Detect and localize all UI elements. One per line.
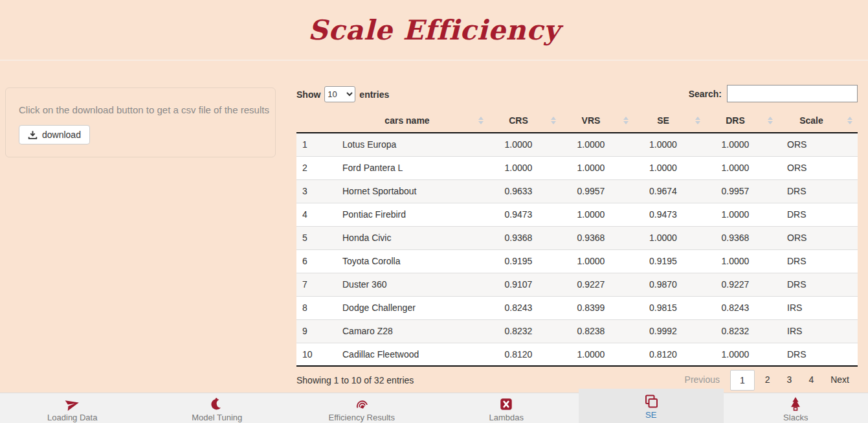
vrs-value-cell: 0.9368 xyxy=(561,226,634,249)
sort-icon[interactable] xyxy=(768,117,773,124)
se-value-cell: 0.9674 xyxy=(634,179,706,203)
se-value-cell: 1.0000 xyxy=(634,226,706,249)
row-index-cell: 3 xyxy=(296,179,339,203)
crs-value-cell: 0.9368 xyxy=(489,226,561,249)
page-length-control: Show 10 entries xyxy=(296,86,389,102)
nav-tab-lambdas[interactable]: Lambdas xyxy=(434,393,579,423)
pagination-next[interactable]: Next xyxy=(822,370,858,389)
car-name-cell: Hornet Sportabout xyxy=(339,179,489,203)
table-row[interactable]: 5Honda Civic0.93680.93681.00000.9368ORS xyxy=(296,226,858,249)
clone-squares-icon xyxy=(643,394,659,409)
table-row[interactable]: 9Camaro Z280.82320.82380.99920.8232IRS xyxy=(296,319,858,343)
sort-icon[interactable] xyxy=(623,117,629,124)
nav-tab-label: SE xyxy=(645,410,656,420)
download-button[interactable]: download xyxy=(19,125,90,144)
nav-tab-model-tuning[interactable]: Model Tuning xyxy=(145,393,290,423)
nav-tab-label: Loading Data xyxy=(47,413,97,422)
pagination: Previous1234Next xyxy=(676,370,858,391)
vrs-value-cell: 1.0000 xyxy=(561,249,634,273)
crs-value-cell: 1.0000 xyxy=(489,156,561,179)
nav-tab-label: Efficiency Results xyxy=(329,413,395,422)
pagination-page[interactable]: 4 xyxy=(800,370,822,389)
show-label: Show xyxy=(296,89,320,100)
car-name-cell: Cadillac Fleetwood xyxy=(339,343,489,366)
table-row[interactable]: 1Lotus Europa1.00001.00001.00001.0000ORS xyxy=(296,133,858,156)
table-info: Showing 1 to 10 of 32 entries xyxy=(296,375,414,385)
row-index-cell: 1 xyxy=(296,133,339,156)
datatable: Show 10 entries Search: cars nameCRSVRSS… xyxy=(296,85,858,406)
pagination-page[interactable]: 1 xyxy=(730,370,755,391)
drs-value-cell: 1.0000 xyxy=(706,203,778,226)
vrs-value-cell: 1.0000 xyxy=(561,203,634,226)
crs-value-cell: 0.8243 xyxy=(489,296,561,319)
nav-tab-loading-data[interactable]: Loading Data xyxy=(0,393,145,423)
column-header-drs[interactable]: DRS xyxy=(706,109,778,133)
paper-plane-icon xyxy=(64,396,81,411)
vrs-value-cell: 0.9957 xyxy=(561,179,634,203)
pagination-previous[interactable]: Previous xyxy=(676,370,728,389)
column-header-cars-name[interactable]: cars name xyxy=(339,109,489,133)
car-name-cell: Honda Civic xyxy=(339,226,489,249)
column-header-label: Scale xyxy=(799,115,823,126)
column-header-se[interactable]: SE xyxy=(634,109,706,133)
crs-value-cell: 0.9633 xyxy=(489,179,561,203)
crs-value-cell: 0.9195 xyxy=(489,249,561,273)
app-window: Scale Efficiency Click on the download b… xyxy=(0,0,868,423)
nav-tab-label: Lambdas xyxy=(489,413,524,422)
table-row[interactable]: 10Cadillac Fleetwood0.81201.00000.81201.… xyxy=(296,343,858,366)
drs-value-cell: 0.8243 xyxy=(706,296,778,319)
sort-icon[interactable] xyxy=(695,117,700,124)
row-index-cell: 4 xyxy=(296,203,339,226)
drs-value-cell: 1.0000 xyxy=(706,343,778,366)
table-row[interactable]: 4Pontiac Firebird0.94731.00000.94731.000… xyxy=(296,203,858,226)
table-row[interactable]: 6Toyota Corolla0.91951.00000.91951.0000D… xyxy=(296,249,858,273)
scale-cell: DRS xyxy=(778,203,858,226)
row-index-cell: 5 xyxy=(296,226,339,249)
table-row[interactable]: 2Ford Pantera L1.00001.00001.00001.0000O… xyxy=(296,156,858,179)
scale-cell: IRS xyxy=(778,319,858,343)
signal-arcs-diamond-icon xyxy=(353,396,370,411)
car-name-cell: Lotus Europa xyxy=(339,133,489,156)
scale-cell: ORS xyxy=(778,133,858,156)
car-name-cell: Ford Pantera L xyxy=(339,156,489,179)
table-row[interactable]: 8Dodge Challenger0.82430.83990.98150.824… xyxy=(296,296,858,319)
search-label: Search: xyxy=(689,89,722,99)
column-header-crs[interactable]: CRS xyxy=(489,109,561,133)
column-header-label: SE xyxy=(657,115,669,126)
crs-value-cell: 0.8232 xyxy=(489,319,561,343)
scale-cell: ORS xyxy=(778,156,858,179)
pagination-page[interactable]: 3 xyxy=(779,370,801,389)
car-name-cell: Duster 360 xyxy=(339,273,489,296)
vrs-value-cell: 0.8238 xyxy=(561,319,634,343)
crs-value-cell: 0.8120 xyxy=(489,343,561,366)
column-header-vrs[interactable]: VRS xyxy=(561,109,634,133)
scale-cell: DRS xyxy=(778,249,858,273)
pagination-page[interactable]: 2 xyxy=(757,370,779,389)
sort-icon[interactable] xyxy=(551,117,556,124)
column-header-scale[interactable]: Scale xyxy=(778,109,858,133)
table-row[interactable]: 7Duster 3600.91070.92270.98700.9227DRS xyxy=(296,273,858,296)
sort-icon[interactable] xyxy=(478,117,484,124)
download-button-label: download xyxy=(42,130,81,140)
nav-tab-se[interactable]: SE xyxy=(579,389,724,423)
table-controls: Show 10 entries Search: xyxy=(296,85,858,109)
nav-tab-efficiency-results[interactable]: Efficiency Results xyxy=(289,393,434,423)
table-row[interactable]: 3Hornet Sportabout0.96330.99570.96740.99… xyxy=(296,179,858,203)
search-input[interactable] xyxy=(727,85,858,102)
page-length-select[interactable]: 10 xyxy=(324,86,355,102)
vrs-value-cell: 1.0000 xyxy=(561,133,634,156)
nav-tab-label: Model Tuning xyxy=(192,413,242,422)
row-index-cell: 7 xyxy=(296,273,339,296)
vrs-value-cell: 0.9227 xyxy=(561,273,634,296)
vrs-value-cell: 1.0000 xyxy=(561,343,634,366)
x-square-icon xyxy=(499,396,513,411)
nav-tab-label: Slacks xyxy=(783,413,808,422)
row-index-cell: 6 xyxy=(296,249,339,273)
drs-value-cell: 1.0000 xyxy=(706,249,778,273)
drs-value-cell: 0.8232 xyxy=(706,319,778,343)
bottom-navbar: Loading DataModel TuningEfficiency Resul… xyxy=(0,389,868,423)
crescent-moon-icon xyxy=(209,396,225,411)
scale-cell: IRS xyxy=(778,296,858,319)
sort-icon[interactable] xyxy=(847,117,852,124)
nav-tab-slacks[interactable]: Slacks xyxy=(724,393,868,423)
